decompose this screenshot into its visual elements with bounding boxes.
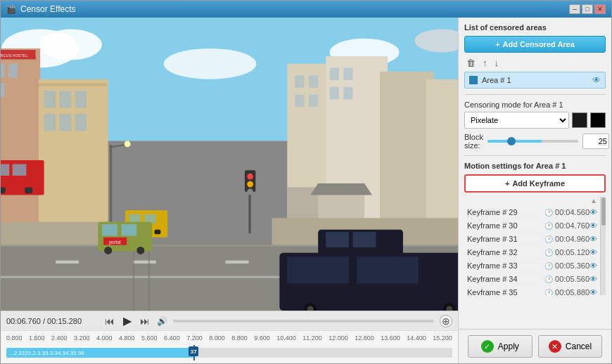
svg-point-3	[164, 48, 257, 79]
delete-area-button[interactable]: 🗑	[464, 57, 478, 69]
check-icon: ✓	[481, 340, 494, 353]
svg-rect-25	[380, 72, 434, 241]
svg-rect-74	[357, 256, 419, 283]
keyframe-plus-icon: +	[505, 179, 509, 188]
title-bar: 🎬 Censor Effects ─ □ ✕	[1, 1, 611, 18]
svg-point-63	[104, 247, 112, 254]
right-panel: List of censored areas + Add Censored Ar…	[458, 18, 611, 363]
main-content: THE CIRCUS HOSTEL	[1, 18, 611, 363]
keyframe-time-value: 00:04.760	[555, 221, 589, 230]
forward-button[interactable]: ⏭	[139, 316, 151, 327]
add-keyframe-label: Add Keyframe	[512, 179, 565, 188]
svg-rect-27	[295, 75, 304, 88]
keyframe-visibility[interactable]: 👁	[589, 275, 597, 283]
cancel-button[interactable]: ✕ Cancel	[538, 335, 602, 358]
color-swatch-black[interactable]	[590, 112, 606, 128]
move-up-button[interactable]: ↑	[480, 57, 490, 69]
progress-area	[173, 320, 434, 323]
progress-track[interactable]	[173, 320, 434, 323]
svg-rect-59	[102, 224, 117, 235]
svg-rect-9	[1, 64, 5, 78]
video-scene: THE CIRCUS HOSTEL	[1, 18, 458, 311]
keyframe-time-value: 00:04.960	[555, 235, 589, 243]
keyframe-time: 🕐 00:04.560	[544, 208, 589, 216]
keyframe-time: 🕐 00:04.960	[544, 235, 589, 243]
svg-point-83	[247, 189, 253, 195]
keyframe-visibility[interactable]: 👁	[589, 248, 597, 256]
scroll-up-arrow[interactable]: ▲	[590, 197, 597, 204]
minimize-button[interactable]: ─	[569, 4, 580, 14]
apply-button[interactable]: ✓ Apply	[468, 335, 533, 358]
rewind-button[interactable]: ⏮	[103, 316, 116, 327]
cross-icon: ✕	[549, 340, 561, 353]
keyframe-visibility[interactable]: 👁	[589, 221, 597, 230]
keyframe-time: 🕐 00:04.760	[544, 221, 589, 230]
ruler-labels: 0.800 1.600 2.400 3.200 4.000 4.800 5.60…	[6, 334, 452, 342]
keyframe-time-value: 00:04.560	[555, 208, 589, 216]
svg-rect-34	[343, 87, 352, 100]
list-item: Keyframe # 34 🕐 00:05.560 👁	[464, 273, 600, 286]
svg-text:portal: portal	[109, 240, 121, 245]
area-visibility-toggle[interactable]: 👁	[592, 75, 601, 85]
add-keyframe-button[interactable]: + Add Keyframe	[464, 174, 606, 193]
list-item: Keyframe # 33 🕐 00:05.360 👁	[464, 259, 600, 273]
video-panel: THE CIRCUS HOSTEL	[1, 18, 458, 363]
svg-rect-6	[1, 48, 40, 241]
blocksize-slider[interactable]	[487, 140, 578, 143]
clock-icon: 🕐	[544, 249, 553, 256]
svg-rect-41	[56, 261, 79, 264]
svg-rect-43	[226, 261, 249, 264]
add-area-label: Add Censored Area	[503, 40, 575, 48]
svg-rect-16	[39, 83, 107, 86]
svg-point-2	[40, 29, 102, 60]
motion-section-title: Motion settings for Area # 1	[464, 162, 606, 170]
area-toolbar: 🗑 ↑ ↓	[464, 57, 606, 69]
list-item: Keyframe # 35 🕐 00:05.880 👁	[464, 286, 600, 295]
svg-rect-84	[110, 145, 112, 222]
list-item: Keyframe # 32 🕐 00:05.120 👁	[464, 246, 600, 259]
zoom-in-button[interactable]: ⊕	[440, 315, 452, 327]
svg-marker-37	[310, 183, 372, 195]
mode-select[interactable]: Pixelate	[464, 112, 569, 129]
add-censored-area-button[interactable]: + Add Censored Area	[464, 36, 606, 53]
svg-rect-50	[13, 164, 27, 176]
clock-icon: 🕐	[544, 235, 553, 243]
keyframe-visibility[interactable]: 👁	[589, 208, 597, 216]
move-down-button[interactable]: ↓	[492, 57, 502, 69]
keyframe-visibility[interactable]: 👁	[589, 261, 597, 270]
list-item: Keyframe # 29 🕐 00:04.560 👁	[464, 206, 600, 219]
blocksize-input[interactable]: 25	[582, 134, 609, 149]
keyframe-name: Keyframe # 35	[467, 288, 544, 295]
play-button[interactable]: ▶	[122, 314, 133, 327]
cancel-label: Cancel	[566, 342, 592, 351]
playhead-marker[interactable]: 37	[189, 346, 198, 356]
keyframe-name: Keyframe # 30	[467, 221, 544, 230]
keyframe-visibility[interactable]: 👁	[589, 235, 597, 243]
right-panel-content: List of censored areas + Add Censored Ar…	[459, 18, 611, 329]
svg-rect-22	[75, 114, 87, 131]
svg-rect-19	[75, 91, 87, 108]
keyframe-name: Keyframe # 32	[467, 248, 544, 256]
color-swatch-dark[interactable]	[572, 112, 587, 128]
scrollbar-thumb[interactable]	[601, 197, 606, 226]
area-color-indicator	[469, 76, 478, 84]
scrollbar-track[interactable]	[600, 197, 606, 295]
svg-rect-12	[1, 83, 5, 97]
video-area: THE CIRCUS HOSTEL	[1, 18, 458, 311]
title-bar-controls: ─ □ ✕	[569, 4, 606, 14]
timeline-track[interactable]: ...2.2222.2.3.33.3.34.34.35 36 37	[6, 345, 452, 360]
keyframe-time: 🕐 00:05.560	[544, 275, 589, 283]
svg-rect-60	[121, 224, 136, 235]
blocksize-row: Block size: 25 ▲ ▼	[464, 133, 606, 150]
maximize-button[interactable]: □	[582, 4, 593, 14]
svg-point-64	[136, 247, 144, 254]
close-button[interactable]: ✕	[594, 4, 606, 14]
window-title: Censor Effects	[20, 4, 75, 14]
svg-rect-44	[133, 241, 134, 311]
keyframe-visibility[interactable]: 👁	[589, 288, 597, 295]
keyframe-time-value: 00:05.560	[555, 275, 589, 283]
add-icon: +	[495, 40, 499, 48]
svg-rect-33	[330, 87, 339, 100]
clock-icon: 🕐	[544, 222, 553, 230]
svg-rect-18	[60, 91, 71, 108]
